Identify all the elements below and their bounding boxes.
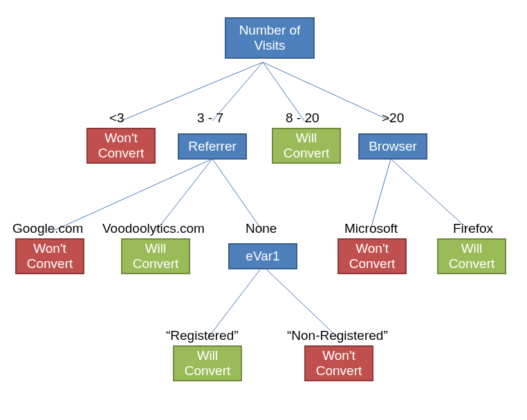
root-node: Number of Visits [225, 17, 315, 59]
branch-label-3-7: 3 - 7 [197, 111, 223, 126]
node-nonregistered-wont-convert: Won't Convert [304, 345, 373, 381]
node-google-wont-convert: Won't Convert [15, 238, 84, 274]
node-voodoo-will-convert: Will Convert [121, 238, 190, 274]
svg-line-0 [121, 62, 263, 121]
branch-label-lt3: <3 [109, 111, 124, 126]
browser-label-microsoft: Microsoft [344, 221, 398, 236]
connector-lines [0, 0, 527, 420]
branch-label-8-20: 8 - 20 [286, 111, 320, 126]
node-8-20-will-convert: Will Convert [272, 128, 341, 164]
branch-label-gt20: >20 [382, 111, 404, 126]
ref-label-google: Google.com [12, 221, 83, 236]
root-line1: Number of [239, 23, 301, 38]
node-microsoft-wont-convert: Won't Convert [338, 238, 407, 274]
svg-line-3 [263, 62, 391, 121]
node-registered-will-convert: Will Convert [173, 345, 242, 381]
evar1-label-registered: “Registered” [166, 328, 239, 343]
node-referrer: Referrer [178, 133, 247, 160]
node-firefox-will-convert: Will Convert [437, 238, 506, 274]
node-lt3-wont-convert: Won't Convert [86, 128, 156, 164]
root-line2: Visits [254, 38, 285, 53]
ref-label-voodoo: Voodoolytics.com [102, 221, 205, 236]
ref-label-none: None [246, 221, 277, 236]
node-evar1: eVar1 [228, 243, 297, 269]
browser-label-firefox: Firefox [453, 221, 493, 236]
evar1-label-nonregistered: “Non-Registered” [287, 328, 388, 343]
node-browser: Browser [358, 133, 427, 160]
